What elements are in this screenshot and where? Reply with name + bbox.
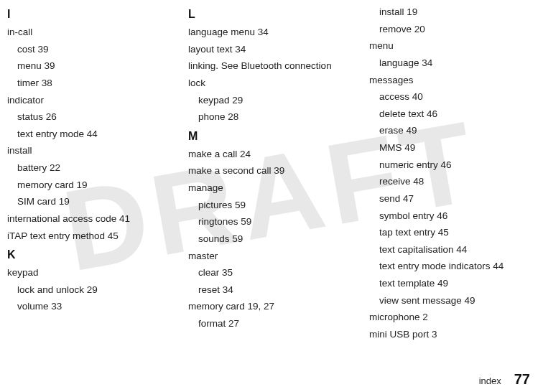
index-entry: text entry mode indicators 44 [369,258,536,275]
index-entry: keypad [7,264,174,281]
index-columns: Iin-callcost 39menu 39timer 38indicators… [0,0,543,343]
index-entry: status 26 [7,108,174,126]
index-entry: delete text 46 [369,106,536,123]
index-entry: tap text entry 45 [369,224,536,241]
section-heading: I [7,8,174,21]
index-entry: view sent message 49 [369,292,536,309]
index-entry: timer 38 [7,75,174,92]
index-entry: lock and unlock 29 [7,281,174,299]
index-entry: indicator [7,92,174,109]
column-1: Iin-callcost 39menu 39timer 38indicators… [7,4,174,343]
index-entry: layout text 34 [188,41,355,58]
index-entry: battery 22 [7,159,174,177]
section-heading: L [188,8,355,21]
index-entry: memory card 19, 27 [188,298,355,315]
section-heading: K [7,248,174,261]
index-entry: text capitalisation 44 [369,241,536,258]
index-entry: menu [369,37,536,55]
index-entry: symbol entry 46 [369,207,536,225]
index-entry: master [188,248,355,265]
index-entry: numeric entry 46 [369,157,536,174]
column-3: install 19remove 20menulanguage 34messag… [369,4,536,343]
column-2: Llanguage menu 34layout text 34linking. … [188,4,355,343]
index-entry: menu 39 [7,57,174,75]
index-entry: SIM card 19 [7,193,174,210]
index-entry: volume 33 [7,298,174,315]
index-entry: in-call [7,24,174,41]
index-entry: international access code 41 [7,210,174,228]
index-entry: lock [188,75,355,92]
index-entry: reset 34 [188,281,355,299]
index-entry: ringtones 59 [188,213,355,230]
index-entry: pictures 59 [188,197,355,214]
index-entry: memory card 19 [7,177,174,194]
index-entry: access 40 [369,88,536,106]
index-entry: messages [369,72,536,89]
index-entry: MMS 49 [369,139,536,157]
index-entry: make a call 24 [188,146,355,163]
footer: index 77 [479,371,530,388]
index-entry: linking. See Bluetooth connection [188,57,355,75]
index-entry: remove 20 [369,21,536,38]
index-entry: microphone 2 [369,309,536,326]
index-entry: receive 48 [369,173,536,190]
index-entry: erase 49 [369,122,536,139]
index-entry: cost 39 [7,41,174,58]
index-entry: format 27 [188,315,355,332]
footer-label: index [479,375,501,386]
index-entry: language 34 [369,55,536,72]
index-entry: mini USB port 3 [369,326,536,343]
section-heading: M [188,130,355,143]
index-entry: iTAP text entry method 45 [7,228,174,245]
footer-page-number: 77 [514,371,530,388]
index-entry: make a second call 39 [188,162,355,179]
index-entry: text template 49 [369,275,536,292]
index-entry: send 47 [369,190,536,207]
index-entry: phone 28 [188,108,355,126]
index-entry: keypad 29 [188,92,355,109]
index-entry: language menu 34 [188,24,355,41]
index-entry: text entry mode 44 [7,126,174,143]
index-entry: sounds 59 [188,230,355,248]
index-entry: install 19 [369,4,536,21]
index-entry: install [7,142,174,159]
index-entry: clear 35 [188,264,355,281]
index-entry: manage [188,179,355,197]
